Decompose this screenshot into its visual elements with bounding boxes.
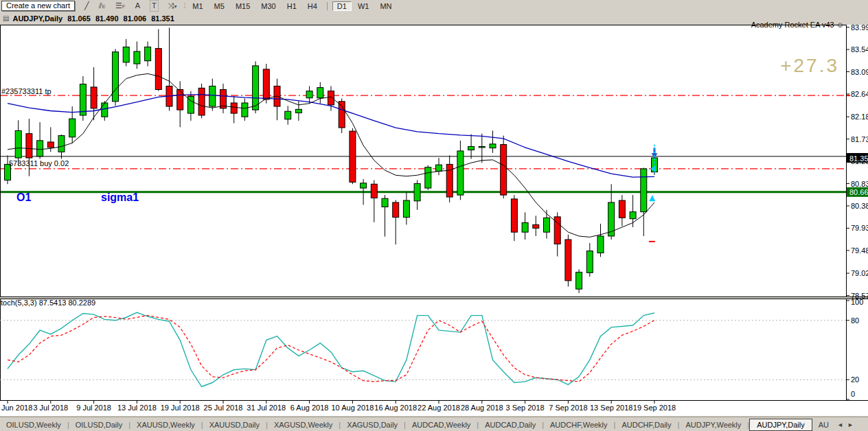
candle-body bbox=[295, 109, 301, 113]
tp-line-label: #235733311 tp bbox=[1, 87, 52, 95]
candle-body bbox=[47, 142, 54, 148]
price-axis-label: 80.83 bbox=[851, 180, 868, 188]
candle-body bbox=[576, 272, 582, 290]
chart-tab-bar: OILUSD,Weekly|OILUSD,Daily|XAUUSD,Weekly… bbox=[0, 417, 868, 431]
candle-body bbox=[350, 131, 356, 182]
time-axis-label: 22 Aug 2018 bbox=[418, 404, 460, 412]
equidistant-channel-tool-icon[interactable]: ⫽E bbox=[99, 1, 106, 12]
candle-body bbox=[425, 167, 431, 188]
candle-body bbox=[80, 84, 86, 115]
chart-tab-XAUUSD-Weekly[interactable]: XAUUSD,Weekly bbox=[130, 419, 201, 430]
time-axis-label: 3 Jul 2018 bbox=[33, 404, 68, 412]
fibonacci-tool-icon[interactable]: ☰F bbox=[115, 1, 126, 12]
arrows-tool-icon[interactable]: ⤨▾ bbox=[168, 1, 177, 12]
price-axis-label: 79.48 bbox=[851, 246, 868, 255]
text-tool-icon[interactable]: A bbox=[135, 1, 140, 11]
candle-body bbox=[155, 49, 161, 90]
chart-icon: ▤ bbox=[3, 14, 9, 23]
chart-tab-XAGUSD-Weekly[interactable]: XAGUSD,Weekly bbox=[268, 419, 339, 430]
mt4-window: 83.9983.5483.0982.6482.1881.7381.2880.83… bbox=[0, 0, 868, 431]
time-axis-label: 3 Sep 2018 bbox=[505, 404, 544, 412]
current-price-text: 81.35 bbox=[849, 154, 868, 163]
timeframe-button-MN[interactable]: MN bbox=[375, 1, 396, 11]
stoch-axis-label: 0 bbox=[851, 390, 855, 398]
chart-tab-AUDJPY-Weekly[interactable]: AUDJPY,Weekly bbox=[679, 419, 747, 430]
time-axis-label: 6 Aug 2018 bbox=[290, 404, 329, 412]
candle-body bbox=[490, 144, 496, 148]
price-axis-label: 83.09 bbox=[851, 68, 868, 76]
candle-body bbox=[361, 183, 367, 188]
chart-tab-OILUSD-Daily[interactable]: OILUSD,Daily bbox=[69, 419, 128, 430]
buy-order-label: 5733311 buy 0.02 bbox=[9, 159, 69, 167]
profit-display: +27.3 bbox=[780, 55, 839, 77]
tab-scroll-right-icon[interactable]: ► bbox=[847, 421, 854, 428]
symbol-period-label: AUDJPY,Daily bbox=[12, 14, 62, 23]
chart-tab-partial[interactable]: AU bbox=[812, 419, 835, 430]
candle-body bbox=[511, 199, 517, 232]
timeframe-button-M30[interactable]: M30 bbox=[256, 1, 280, 11]
candle-body bbox=[220, 89, 227, 108]
time-axis-label: 19 Sep 2018 bbox=[633, 404, 676, 412]
candle-body bbox=[468, 146, 475, 150]
line-tool-icon[interactable]: ╱ bbox=[84, 1, 89, 11]
candle-body bbox=[102, 103, 108, 117]
price-axis-label: 79.02 bbox=[851, 269, 868, 277]
stoch-axis-label: 100 bbox=[851, 298, 863, 306]
candle-body bbox=[91, 87, 97, 108]
candle-body bbox=[231, 103, 237, 113]
timeframe-button-H4[interactable]: H4 bbox=[303, 1, 322, 11]
price-axis-label: 82.64 bbox=[851, 90, 868, 98]
candle-body bbox=[619, 200, 625, 218]
candle-body bbox=[479, 146, 485, 148]
ea-name-label: Academy Rocket EA v43 ☺ bbox=[751, 21, 844, 29]
candle-body bbox=[339, 102, 345, 128]
timeframe-button-M15[interactable]: M15 bbox=[231, 1, 255, 11]
chart-tab-AUDCAD-Daily[interactable]: AUDCAD,Daily bbox=[479, 419, 542, 430]
tab-scroll-left-icon[interactable]: ◄ bbox=[837, 421, 843, 428]
time-axis-label: 9 Jul 2018 bbox=[76, 404, 111, 412]
timeframe-button-H1[interactable]: H1 bbox=[282, 1, 301, 11]
candle-body bbox=[597, 236, 604, 253]
low-value: 81.006 bbox=[124, 14, 147, 23]
o1-label: O1 bbox=[16, 191, 31, 204]
candle-body bbox=[37, 141, 43, 156]
candle-body bbox=[26, 134, 32, 158]
stoch-axis-label: 80 bbox=[851, 316, 859, 325]
candle-body bbox=[113, 52, 119, 102]
candle-body bbox=[533, 224, 539, 228]
chart-tab-AUDCHF-Daily[interactable]: AUDCHF,Daily bbox=[615, 419, 677, 430]
toolbar: Create a new chart ╱⫽E☰FAT⤨▾⁞M1M5M15M30H… bbox=[0, 0, 868, 12]
chart-tab-AUDCHF-Weekly[interactable]: AUDCHF,Weekly bbox=[544, 419, 614, 430]
price-axis-label: 82.18 bbox=[851, 113, 868, 121]
candle-body bbox=[641, 169, 647, 212]
time-axis-label: 13 Sep 2018 bbox=[590, 404, 632, 412]
chart-tab-AUDCAD-Weekly[interactable]: AUDCAD,Weekly bbox=[406, 419, 477, 430]
chart-tab-OILUSD-Weekly[interactable]: OILUSD,Weekly bbox=[0, 419, 67, 430]
time-axis-label: 25 Jul 2018 bbox=[204, 404, 243, 412]
chart-canvas[interactable]: 83.9983.5483.0982.6482.1881.7381.2880.83… bbox=[0, 0, 868, 431]
timeframe-button-M1[interactable]: M1 bbox=[187, 1, 207, 11]
candle-body bbox=[198, 88, 205, 115]
candle-body bbox=[242, 103, 248, 117]
candle-body bbox=[15, 130, 21, 158]
candle-body bbox=[209, 86, 216, 106]
high-value: 81.490 bbox=[95, 14, 119, 23]
timeframe-button-W1[interactable]: W1 bbox=[353, 1, 374, 11]
timeframe-button-D1[interactable]: D1 bbox=[332, 1, 352, 11]
price-axis-label: 80.38 bbox=[851, 202, 868, 210]
timeframe-button-M5[interactable]: M5 bbox=[209, 1, 229, 11]
new-chart-tooltip-text: Create a new chart bbox=[6, 1, 70, 10]
candle-body bbox=[544, 218, 550, 232]
candle-body bbox=[371, 184, 377, 198]
chart-tab-XAUUSD-Daily[interactable]: XAUUSD,Daily bbox=[203, 419, 266, 430]
text-label-tool-icon[interactable]: T bbox=[150, 0, 159, 12]
stochastic-header: toch(5,3,3) 87.5413 80.2289 bbox=[1, 299, 95, 307]
candle-body bbox=[145, 47, 151, 60]
time-axis-label: Jun 2018 bbox=[1, 404, 32, 412]
time-axis-label: 19 Jul 2018 bbox=[161, 404, 200, 412]
chart-tab-XAGUSD-Daily[interactable]: XAGUSD,Daily bbox=[341, 419, 404, 430]
candle-body bbox=[403, 200, 409, 218]
stoch-axis-label: 20 bbox=[851, 375, 859, 384]
chart-tab-AUDJPY-Daily[interactable]: AUDJPY,Daily bbox=[749, 419, 812, 431]
open-value: 81.065 bbox=[67, 14, 91, 23]
